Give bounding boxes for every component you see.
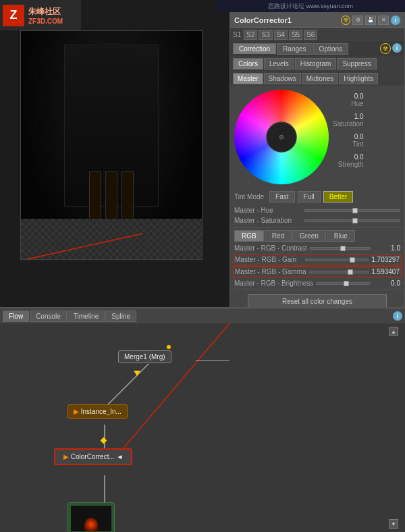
node-connections-svg <box>0 323 405 532</box>
s-tab-s1-label: S1 <box>233 31 241 38</box>
tab-levels[interactable]: Levels <box>264 58 294 70</box>
close-icon[interactable]: ✕ <box>378 16 389 25</box>
node-instance-in[interactable]: ▶ Instance_In... <box>68 404 128 419</box>
master-hue-label: Master - Hue <box>234 207 302 214</box>
gamma-thumb[interactable] <box>348 269 353 275</box>
tint-full-btn[interactable]: Full <box>298 191 321 203</box>
info-icon[interactable]: i <box>391 16 400 25</box>
tint-mode-label: Tint Mode <box>234 193 264 201</box>
tint-control: 0.0 Tint <box>333 133 364 148</box>
tab-ranges[interactable]: Ranges <box>277 43 312 55</box>
tint-mode-section: Tint Mode Fast Full Better <box>230 188 404 205</box>
s-tab-s3[interactable]: S3 <box>259 30 272 40</box>
tab-colors[interactable]: Colors <box>233 58 263 70</box>
gain-track[interactable] <box>305 259 369 261</box>
saturation-control: 1.0 Saturation <box>333 113 364 128</box>
gain-highlighted-row: Master - RGB - Gain 1.703297 <box>233 254 402 265</box>
color-wheel-section: 0.0 Hue 1.0 Saturation 0.0 Tint 0.0 Stre… <box>230 86 404 188</box>
panel-title-bar: ColorCorrector1 ☢ ⚙ 💾 ✕ i <box>230 13 404 28</box>
node-info-icon[interactable]: i <box>393 311 402 321</box>
tone-tabs-row: Master Shadows Midtones Highlights <box>230 71 404 86</box>
master-sat-track[interactable] <box>304 219 400 222</box>
strength-control: 0.0 Strength <box>333 153 364 168</box>
panel-rad-icon[interactable]: ☢ <box>380 43 391 54</box>
tab-shadows[interactable]: Shadows <box>264 73 301 84</box>
logo-area: Z 朱峰社区 ZF3D.COM <box>0 0 81 30</box>
gamma-value: 1.593407 <box>371 268 400 275</box>
tab-console[interactable]: Console <box>30 311 67 322</box>
tab-options[interactable]: Options <box>313 43 348 55</box>
node-color-correct[interactable]: ▶ ColorCorrect... ◄ <box>54 448 132 465</box>
logo-text: 朱峰社区 ZF3D.COM <box>28 6 63 25</box>
node-tab-icons: i <box>393 311 402 321</box>
tab-rgb[interactable]: RGB <box>234 230 264 242</box>
color-wheel[interactable] <box>234 90 329 184</box>
leg-1 <box>89 171 101 225</box>
node-canvas[interactable]: Merge1 (Mrg) ▶ Instance_In... ▶ ColorCor… <box>0 323 405 532</box>
panel-info-icon[interactable]: i <box>392 43 402 53</box>
reset-btn[interactable]: Reset all color changes <box>248 294 387 309</box>
gamma-track[interactable] <box>309 271 369 273</box>
panel-icons: ☢ ⚙ 💾 ✕ i <box>341 16 400 25</box>
hue-label: Hue <box>351 100 363 107</box>
svg-point-4 <box>279 135 284 139</box>
settings-icon[interactable]: ⚙ <box>352 16 363 25</box>
render-area <box>20 30 202 260</box>
scroll-up-btn[interactable]: ▲ <box>389 327 398 336</box>
tab-highlights[interactable]: Highlights <box>339 73 378 84</box>
gain-thumb[interactable] <box>350 257 355 263</box>
tab-spline[interactable]: Spline <box>105 311 136 322</box>
logo-letter: Z <box>3 5 24 26</box>
s-tab-s6[interactable]: S6 <box>304 30 317 40</box>
master-hue-track[interactable] <box>304 209 400 212</box>
tab-histogram[interactable]: Histogram <box>295 58 337 70</box>
gamma-highlighted-row: Master - RGB - Gamma 1.593407 <box>233 266 402 277</box>
master-sat-thumb[interactable] <box>352 218 358 223</box>
tint-value: 0.0 <box>354 133 364 140</box>
canvas-scroll-btns: ▲ <box>389 327 398 336</box>
master-hue-thumb[interactable] <box>352 208 358 213</box>
contrast-value: 1.0 <box>373 244 400 252</box>
tab-correction[interactable]: Correction <box>233 43 276 54</box>
tint-label: Tint <box>352 140 363 148</box>
s-tab-s4[interactable]: S4 <box>274 30 288 40</box>
tint-better-btn[interactable]: Better <box>323 191 354 203</box>
tab-green[interactable]: Green <box>292 230 326 242</box>
tab-suppress[interactable]: Suppress <box>337 58 376 70</box>
radiation-icon[interactable]: ☢ <box>341 16 350 25</box>
divider-2 <box>230 290 404 290</box>
master-sat-row: Master - Saturation <box>230 215 404 225</box>
saturation-value: 1.0 <box>354 113 364 120</box>
tab-blue[interactable]: Blue <box>327 230 355 242</box>
sub-tabs-row: Colors Levels Histogram Suppress <box>230 56 404 71</box>
brightness-row: Master - RGB - Brightness 0.0 <box>230 278 404 288</box>
node-tabs-row: Flow Console Timeline Spline i <box>0 309 405 323</box>
svg-line-5 <box>108 364 148 404</box>
s-tab-s2[interactable]: S2 <box>244 30 257 40</box>
contrast-row: Master - RGB - Contrast 1.0 <box>230 243 404 253</box>
brightness-thumb[interactable] <box>344 281 349 286</box>
master-hue-row: Master - Hue <box>230 205 404 215</box>
node-merge1[interactable]: Merge1 (Mrg) <box>118 350 171 363</box>
brightness-track[interactable] <box>316 282 371 285</box>
canvas-scroll-btns-bottom: ▼ <box>389 519 398 529</box>
contrast-thumb[interactable] <box>340 246 346 251</box>
tint-fast-btn[interactable]: Fast <box>269 191 294 203</box>
tab-red[interactable]: Red <box>265 230 292 242</box>
tab-midtones[interactable]: Midtones <box>302 73 339 84</box>
contrast-track[interactable] <box>310 247 371 250</box>
gain-row: Master - RGB - Gain 1.703297 <box>235 256 400 263</box>
main-tabs-row: Correction Ranges Options ☢ i <box>230 41 404 56</box>
tab-flow[interactable]: Flow <box>3 311 29 322</box>
panel-title: ColorCorrector1 <box>234 16 292 24</box>
scroll-down-btn[interactable]: ▼ <box>389 519 398 529</box>
tab-master[interactable]: Master <box>233 73 263 84</box>
save-icon[interactable]: 💾 <box>365 16 376 25</box>
node-raw-lt[interactable]: Raw_LT (LD) <box>68 502 115 532</box>
svg-point-10 <box>167 345 171 349</box>
strength-label: Strength <box>338 161 364 168</box>
master-sat-label: Master - Saturation <box>234 217 302 224</box>
svg-line-8 <box>115 323 230 458</box>
tab-timeline[interactable]: Timeline <box>68 311 105 322</box>
s-tab-s5[interactable]: S5 <box>289 30 302 40</box>
